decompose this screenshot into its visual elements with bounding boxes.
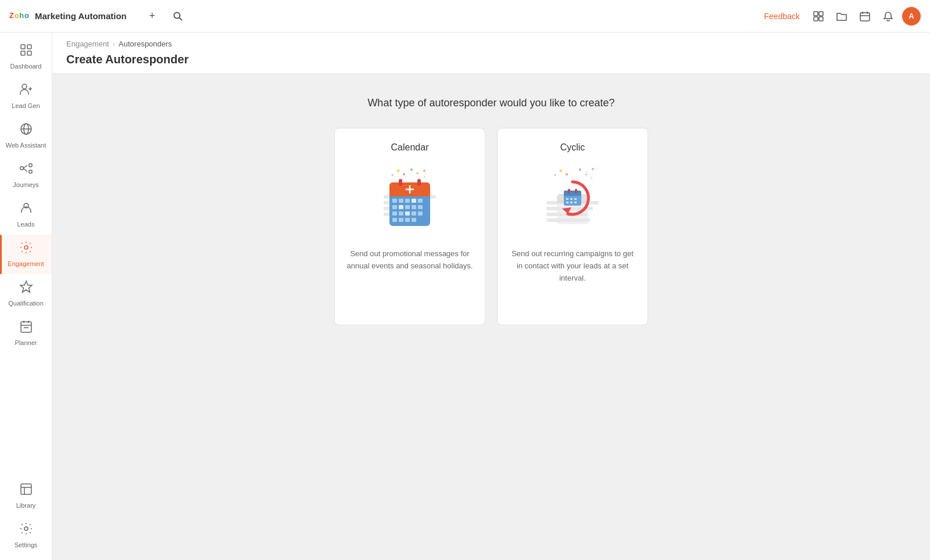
svg-rect-98: [566, 198, 568, 200]
content-area: Engagement › Autoresponders Create Autor…: [52, 33, 930, 560]
sidebar-leads-label: Leads: [17, 221, 35, 228]
journeys-icon: [19, 161, 33, 179]
sidebar-item-qualification[interactable]: Qualification: [0, 274, 52, 314]
cards-container: Calendar + +: [66, 128, 916, 325]
svg-point-44: [410, 168, 413, 171]
planner-icon: [19, 320, 33, 337]
svg-point-41: [397, 169, 400, 172]
svg-rect-67: [405, 205, 410, 209]
zoho-logo-icon: Z o h o: [9, 9, 30, 23]
svg-marker-31: [20, 281, 32, 292]
svg-rect-63: [412, 199, 416, 203]
calendar-card[interactable]: Calendar + +: [334, 128, 485, 325]
dashboard-icon: [19, 43, 33, 60]
svg-rect-72: [405, 211, 410, 216]
breadcrumb-parent[interactable]: Engagement: [66, 40, 109, 48]
sidebar-item-settings[interactable]: Settings: [0, 516, 52, 555]
svg-rect-24: [20, 167, 23, 170]
svg-rect-16: [21, 51, 25, 55]
svg-point-30: [24, 246, 28, 249]
svg-rect-9: [819, 17, 823, 21]
page-header: Engagement › Autoresponders Create Autor…: [52, 33, 930, 74]
svg-point-42: [403, 173, 405, 175]
sidebar-item-web-assistant[interactable]: Web Assistant: [0, 116, 52, 156]
breadcrumb-current: Autoresponders: [119, 40, 172, 48]
svg-rect-77: [405, 218, 410, 222]
svg-rect-99: [570, 198, 573, 200]
svg-text:+: +: [423, 174, 426, 180]
svg-line-5: [179, 17, 182, 20]
svg-rect-71: [399, 211, 403, 216]
cyclic-card[interactable]: Cyclic + +: [497, 128, 648, 325]
svg-rect-69: [418, 205, 423, 209]
user-avatar[interactable]: A: [902, 7, 921, 26]
list-view-icon[interactable]: [809, 7, 828, 26]
svg-point-80: [566, 173, 568, 175]
svg-rect-78: [412, 218, 416, 222]
svg-text:+: +: [416, 170, 419, 177]
svg-rect-32: [21, 322, 31, 332]
app-logo: Z o h o Marketing Automation: [9, 9, 127, 23]
sidebar-item-engagement[interactable]: Engagement: [0, 235, 52, 274]
sidebar-item-leads[interactable]: Leads: [0, 195, 52, 235]
svg-rect-64: [418, 199, 423, 203]
lead-gen-icon: [19, 82, 33, 100]
notification-icon[interactable]: [879, 7, 897, 26]
sidebar-item-planner[interactable]: Planner: [0, 314, 52, 353]
page-title: Create Autoresponder: [66, 53, 916, 73]
add-button[interactable]: +: [143, 7, 162, 26]
sidebar-engagement-label: Engagement: [8, 260, 44, 268]
folder-icon[interactable]: [832, 7, 851, 26]
breadcrumb-separator: ›: [113, 40, 115, 48]
svg-rect-61: [399, 199, 403, 203]
sidebar-item-lead-gen[interactable]: Lead Gen: [0, 77, 52, 116]
svg-rect-6: [814, 12, 818, 16]
svg-point-81: [555, 174, 556, 175]
svg-rect-102: [570, 202, 573, 203]
svg-rect-70: [392, 211, 397, 216]
svg-rect-105: [575, 189, 577, 193]
svg-rect-10: [860, 13, 870, 21]
search-button[interactable]: [169, 7, 187, 26]
svg-rect-26: [29, 170, 32, 173]
sidebar-item-journeys[interactable]: Journeys: [0, 156, 52, 195]
sidebar-settings-label: Settings: [15, 541, 38, 549]
sidebar-qualification-label: Qualification: [8, 300, 44, 307]
app-title: Marketing Automation: [35, 11, 127, 21]
svg-rect-15: [27, 45, 31, 49]
cyclic-card-illustration: + +: [535, 164, 610, 234]
calendar-card-description: Send out promotional messages for annual…: [346, 248, 473, 272]
topbar-actions: +: [143, 7, 187, 26]
main-content: What type of autoresponder would you lik…: [52, 74, 930, 560]
svg-rect-17: [27, 51, 31, 55]
svg-rect-14: [21, 45, 25, 49]
web-assistant-icon: [19, 122, 33, 139]
sidebar-lead-gen-label: Lead Gen: [12, 102, 40, 110]
svg-point-46: [423, 170, 425, 172]
svg-rect-65: [392, 205, 397, 209]
svg-rect-75: [392, 218, 397, 222]
svg-rect-76: [399, 218, 403, 222]
qualification-icon: [19, 280, 33, 297]
main-layout: Dashboard Lead Gen: [0, 33, 930, 560]
svg-rect-97: [564, 195, 581, 196]
svg-rect-74: [418, 211, 423, 216]
breadcrumb: Engagement › Autoresponders: [66, 40, 916, 48]
leads-icon: [19, 201, 33, 218]
sidebar-bottom: Library Settings: [0, 476, 52, 555]
svg-text:o: o: [24, 10, 29, 19]
svg-rect-103: [574, 202, 577, 203]
sidebar-item-library[interactable]: Library: [0, 476, 52, 516]
svg-rect-56: [399, 179, 402, 186]
sidebar-item-dashboard[interactable]: Dashboard: [0, 37, 52, 77]
calendar-icon[interactable]: [856, 7, 874, 26]
svg-rect-62: [405, 199, 410, 203]
topbar-right: Feedback: [764, 7, 921, 26]
svg-point-4: [174, 12, 180, 18]
svg-rect-73: [412, 211, 416, 216]
svg-text:Z: Z: [9, 10, 14, 19]
feedback-button[interactable]: Feedback: [764, 12, 800, 21]
calendar-card-title: Calendar: [391, 142, 429, 153]
cyclic-card-title: Cyclic: [560, 142, 585, 153]
svg-rect-25: [29, 164, 32, 167]
